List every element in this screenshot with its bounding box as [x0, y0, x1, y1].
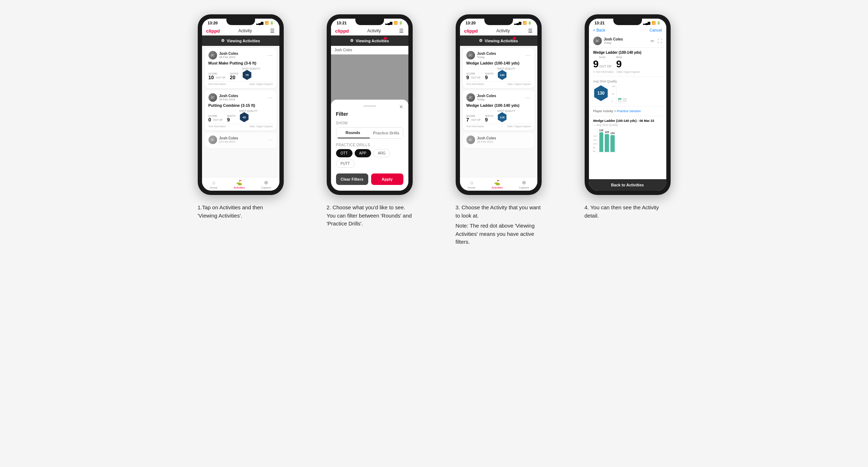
bar-fill	[599, 132, 604, 152]
avatar: JC	[208, 135, 217, 144]
card-header: JC Josh Coles 28 Feb 2023 ···	[208, 51, 273, 59]
table-row[interactable]: JC Josh Coles 28 Feb 2023 ··· Must Make …	[205, 48, 277, 88]
activity-list-1: JC Josh Coles 28 Feb 2023 ··· Must Make …	[202, 46, 279, 177]
nav-item-activities[interactable]: ⛳ Activities	[491, 180, 503, 189]
battery-icon: 🔋	[399, 21, 403, 25]
wifi-icon: 📶	[394, 21, 398, 25]
more-icon[interactable]: ···	[268, 137, 273, 143]
pill-app[interactable]: APP	[355, 149, 371, 157]
stats-row: Score 7 OUT OF Shots 9	[466, 110, 531, 122]
menu-icon-3[interactable]: ☰	[528, 28, 533, 34]
cancel-button[interactable]: Cancel	[649, 28, 662, 32]
shots-value: 20	[230, 75, 238, 80]
modal-actions: Clear Filters Apply	[336, 173, 403, 185]
nav-item-capture[interactable]: ⊕ Capture	[261, 180, 271, 189]
apply-button[interactable]: Apply	[371, 173, 403, 185]
more-icon[interactable]: ···	[526, 95, 531, 100]
back-button[interactable]: < Back	[593, 28, 605, 32]
table-row[interactable]: JC Josh Coles 28 Feb 2023	[463, 133, 534, 148]
user-date: Today	[477, 98, 496, 101]
outof-label: OUT OF	[216, 76, 225, 79]
user-date: 28 Feb 2023	[219, 98, 238, 101]
table-row[interactable]: JC Josh Coles 28 Feb 2023 ···	[205, 133, 277, 148]
quality-display: 130 100 50 0 130	[593, 85, 662, 103]
avatar-name: JC Josh Coles 28 Feb 2023	[208, 51, 238, 59]
score-value: 10	[208, 75, 214, 80]
status-icons-2: ▂▄▆ 📶 🔋	[385, 21, 402, 25]
home-icon: ⌂	[212, 180, 215, 185]
card-header: JC Josh Coles 28 Feb 2023	[466, 135, 531, 144]
score-value: 9	[466, 75, 469, 80]
quality-badge: 45	[239, 112, 249, 122]
back-to-activities-button[interactable]: Back to Activities	[589, 179, 666, 191]
nav-item-home[interactable]: ⌂ Home	[468, 180, 475, 189]
nav-label-capture: Capture	[519, 186, 529, 189]
bar-item: 129	[605, 131, 609, 152]
bar-fill	[623, 98, 627, 100]
quality-block: Shot Quality 118	[497, 110, 515, 122]
nav-item-home[interactable]: ⌂ Home	[210, 180, 217, 189]
table-row[interactable]: JC Josh Coles Today ··· Wedge Ladder (10…	[463, 90, 534, 130]
more-icon[interactable]: ···	[268, 52, 273, 58]
battery-icon: 🔋	[528, 21, 532, 25]
activity-title: Must Make Putting (3-6 ft)	[208, 61, 273, 65]
score-big: 9	[593, 58, 599, 70]
close-icon[interactable]: ✕	[399, 104, 403, 110]
table-row[interactable]: JC Josh Coles Today ··· Wedge Ladder (10…	[463, 48, 534, 88]
battery-icon: 🔋	[270, 21, 274, 25]
y-labels-trend: 140 120 100 80 60	[593, 135, 597, 153]
table-row[interactable]: JC Josh Coles 28 Feb 2023 ··· Putting Co…	[205, 90, 277, 130]
nav-item-capture[interactable]: ⊕ Capture	[519, 180, 529, 189]
bar-chart-tall: 132 129 124	[598, 128, 616, 153]
signal-icon: ▂▄▆	[385, 21, 392, 25]
card-footer: Test Information Data: Clippd Capture	[466, 81, 531, 85]
peek-card: Josh Coles	[331, 46, 408, 54]
pill-ott[interactable]: OTT	[336, 149, 353, 157]
avg-quality-label: Avg Shot Quality	[593, 80, 662, 83]
pill-arg[interactable]: ARG	[373, 149, 390, 157]
activity-title: Putting Combine (3-15 ft)	[208, 103, 273, 108]
viewing-banner-1[interactable]: ⚙ Viewing Activities	[202, 35, 279, 46]
notch-1	[226, 19, 255, 25]
card-header: JC Josh Coles 28 Feb 2023 ···	[208, 93, 273, 102]
capture-icon: ⊕	[522, 180, 526, 185]
menu-icon-1[interactable]: ☰	[270, 28, 275, 34]
data-source: Data: Clippd Capture	[507, 125, 531, 128]
clear-filters-button[interactable]: Clear Filters	[336, 173, 368, 185]
expand-icon[interactable]: ⛶	[657, 38, 662, 44]
menu-icon-2[interactable]: ☰	[399, 28, 404, 34]
drills-tab[interactable]: Practice Drills	[370, 128, 403, 138]
time-4: 13:21	[595, 21, 605, 25]
trend-subtitle: --- Avg Shot Quality	[593, 123, 662, 127]
avatar: JC	[466, 93, 475, 102]
rounds-tab[interactable]: Rounds	[336, 128, 370, 138]
more-icon[interactable]: ···	[526, 52, 531, 58]
home-icon: ⌂	[470, 180, 473, 185]
wifi-icon: 📶	[523, 21, 527, 25]
nav-item-activities[interactable]: ⛳ Activities	[234, 180, 245, 189]
viewing-banner-3[interactable]: ⚙ Viewing Activities	[460, 35, 537, 46]
viewing-banner-2[interactable]: ⚙ Viewing Activities	[331, 35, 408, 46]
avatar-name: JC Josh Coles 28 Feb 2023	[208, 93, 238, 102]
session-link[interactable]: Practice Session	[617, 109, 641, 113]
time-2: 13:21	[337, 21, 347, 25]
avatar: JC	[208, 51, 217, 59]
more-icon[interactable]: ···	[268, 95, 273, 100]
score-value: 7	[466, 117, 469, 122]
logo-2: clippd	[335, 28, 349, 34]
phone-column-4: 13:21 ▂▄▆ 📶 🔋 < Back Cancel JC	[570, 14, 685, 248]
nav-title-3: Activity	[496, 28, 510, 33]
user-date: 28 Feb 2023	[477, 140, 496, 143]
bar-label: 130	[618, 100, 622, 102]
nav-title-2: Activity	[367, 28, 381, 33]
caption-2: 2. Choose what you'd like to see. You ca…	[327, 204, 413, 228]
edit-icon[interactable]: ✏	[651, 38, 654, 44]
detail-score-section: Wedge Ladder (100-140 yds) Score 9 OUT O…	[589, 48, 666, 77]
pill-putt[interactable]: PUTT	[336, 159, 355, 168]
page-container: 13:20 ▂▄▆ 📶 🔋 clippd Activity ☰ ⚙ Vi	[183, 14, 685, 248]
quality-label: Shot Quality	[497, 110, 515, 112]
filter-modal-overlay: ✕ Filter Show Rounds Practice Drills Pra…	[331, 54, 408, 191]
bar-label: APP	[623, 100, 627, 102]
filter-modal: ✕ Filter Show Rounds Practice Drills Pra…	[331, 100, 408, 191]
logo-3: clippd	[464, 28, 478, 34]
